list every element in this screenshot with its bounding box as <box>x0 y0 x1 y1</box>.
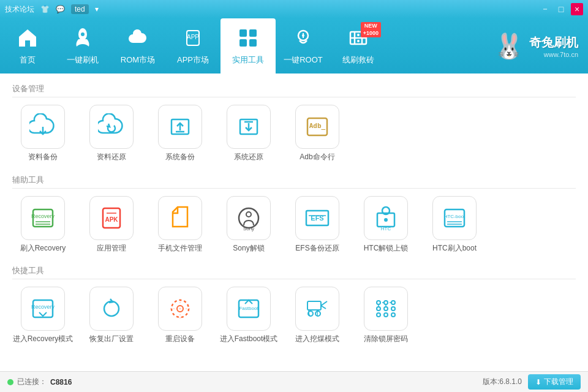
svg-point-64 <box>377 313 380 317</box>
nav-tools[interactable]: 实用工具 <box>221 18 276 74</box>
nav-rescue[interactable]: NEW+1000 线刷救砖 <box>331 18 386 74</box>
adb-label: Adb命令行 <box>300 153 334 162</box>
svg-text:Sony: Sony <box>243 226 254 232</box>
maximize-button[interactable]: □ <box>555 3 567 15</box>
svg-point-65 <box>384 313 388 317</box>
svg-point-59 <box>384 301 388 304</box>
tool-restore-data[interactable]: 资料还原 <box>81 105 142 162</box>
section-aux: 辅助工具 Recovery 刷入Recovery <box>12 175 576 254</box>
efs-svg: EFS <box>304 205 331 232</box>
recovery-mode-svg: Recovery <box>29 295 56 322</box>
svg-point-10 <box>302 34 304 37</box>
status-left: 已连接： C8816 <box>7 377 72 387</box>
restore-data-icon-box <box>89 105 134 149</box>
chevron-down-icon[interactable]: ▾ <box>95 5 99 13</box>
svg-point-61 <box>377 307 380 311</box>
svg-point-57 <box>315 311 320 316</box>
svg-rect-55 <box>307 301 321 310</box>
dig-label: 进入挖煤模式 <box>295 334 339 344</box>
tool-apk[interactable]: APK 应用管理 <box>81 196 142 254</box>
tool-file[interactable]: 手机文件管理 <box>149 196 211 254</box>
backup-data-icon-box <box>21 105 65 149</box>
tool-dig[interactable]: 进入挖煤模式 <box>287 287 348 344</box>
fastboot-svg: Fastboot <box>235 295 262 322</box>
connection-dot <box>7 379 13 385</box>
sony-label: Sony解锁 <box>233 244 264 254</box>
tool-adb[interactable]: Adb_ Adb命令行 <box>287 105 348 162</box>
new-badge: NEW+1000 <box>361 22 381 37</box>
tool-efs[interactable]: EFS EFS备份还原 <box>287 196 348 254</box>
htc-boot-svg: HTC-boot <box>441 205 468 232</box>
reboot-svg <box>167 295 194 322</box>
nav-rom-label: ROM市场 <box>121 55 155 66</box>
titlebar-left: 技术论坛 👕 💬 ted ▾ <box>5 4 99 15</box>
tool-reboot[interactable]: 重启设备 <box>149 287 211 344</box>
nav-rescue-label: 线刷救砖 <box>342 55 374 66</box>
restore-sys-icon-box <box>227 105 271 149</box>
rocket-icon <box>72 27 94 52</box>
svg-point-63 <box>391 307 395 311</box>
titlebar-right: － □ × <box>539 3 583 15</box>
recovery-svg: Recovery <box>29 205 56 232</box>
nav-flash[interactable]: 一键刷机 <box>55 18 110 74</box>
tool-recovery-mode[interactable]: Recovery 进入Recovery模式 <box>12 287 74 344</box>
download-icon: ⬇ <box>535 378 541 386</box>
tool-clear-pwd[interactable]: 清除锁屏密码 <box>355 287 417 344</box>
fastboot-label: 进入Fastboot模式 <box>220 334 278 344</box>
efs-icon-box: EFS <box>295 196 339 240</box>
tool-backup-data[interactable]: 资料备份 <box>12 105 74 162</box>
svg-point-60 <box>391 301 395 304</box>
nav-rom[interactable]: ROM市场 <box>110 18 165 74</box>
minimize-button[interactable]: － <box>539 3 551 15</box>
nav-home[interactable]: 首页 <box>0 18 55 74</box>
titlebar: 技术论坛 👕 💬 ted ▾ － □ × <box>0 0 588 18</box>
svg-point-16 <box>357 40 360 42</box>
tool-htc-boot[interactable]: HTC-boot HTC刷入boot <box>424 196 485 254</box>
aux-tools-grid: Recovery 刷入Recovery APK 应用管理 <box>12 196 576 254</box>
nav-flash-label: 一键刷机 <box>67 55 99 66</box>
tool-backup-sys[interactable]: 系统备份 <box>149 105 211 162</box>
svg-point-41 <box>384 218 388 222</box>
backup-sys-label: 系统备份 <box>165 153 195 162</box>
cloud-icon <box>127 27 149 52</box>
connected-label: 已连接： <box>17 377 47 387</box>
tool-recovery[interactable]: Recovery 刷入Recovery <box>12 196 74 254</box>
tool-fastboot[interactable]: Fastboot 进入Fastboot模式 <box>218 287 279 344</box>
download-button[interactable]: ⬇ 下载管理 <box>528 374 581 390</box>
file-icon-box <box>158 196 202 240</box>
reboot-icon-box <box>158 287 202 331</box>
status-right: 版本:6.8.1.0 ⬇ 下载管理 <box>483 374 581 390</box>
svg-point-1 <box>81 32 85 36</box>
tool-factory-reset[interactable]: 恢复出厂设置 <box>81 287 142 344</box>
brand-name: 奇兔刷机 <box>529 34 578 51</box>
nav-tools-label: 实用工具 <box>232 55 264 66</box>
svg-rect-6 <box>239 39 247 47</box>
quick-tools-grid: Recovery 进入Recovery模式 恢复出 <box>12 287 576 344</box>
chat-icon[interactable]: 💬 <box>56 5 65 13</box>
tool-htc-unlock[interactable]: HTC HTC解锁上锁 <box>355 196 417 254</box>
tool-restore-sys[interactable]: 系统还原 <box>218 105 279 162</box>
forum-link[interactable]: 技术论坛 <box>5 4 34 15</box>
htc-boot-label: HTC刷入boot <box>432 244 477 254</box>
backup-data-svg <box>29 113 56 140</box>
efs-label: EFS备份还原 <box>295 244 339 254</box>
tool-sony[interactable]: Sony Sony解锁 <box>218 196 279 254</box>
htc-unlock-label: HTC解锁上锁 <box>364 244 409 254</box>
nav-app[interactable]: APP APP市场 <box>165 18 221 74</box>
nav-root[interactable]: 一键ROOT <box>276 18 331 74</box>
svg-rect-4 <box>239 29 247 37</box>
section-quick-title: 快捷工具 <box>12 265 576 279</box>
app-icon: APP <box>182 27 204 52</box>
shirt-icon[interactable]: 👕 <box>40 5 50 13</box>
recovery-mode-icon-box: Recovery <box>21 287 65 331</box>
restore-sys-label: 系统还原 <box>234 153 263 162</box>
section-quick: 快捷工具 Recovery 进入Recovery模式 <box>12 265 576 344</box>
navbar: 首页 一键刷机 ROM市场 APP APP市场 <box>0 18 588 74</box>
reboot-label: 重启设备 <box>165 334 195 344</box>
root-icon <box>292 27 314 52</box>
svg-rect-33 <box>239 208 258 228</box>
svg-point-58 <box>377 301 380 304</box>
logo-rabbit-icon: 🐰 <box>494 32 524 61</box>
close-button[interactable]: × <box>571 3 583 15</box>
restore-sys-svg <box>235 113 262 140</box>
